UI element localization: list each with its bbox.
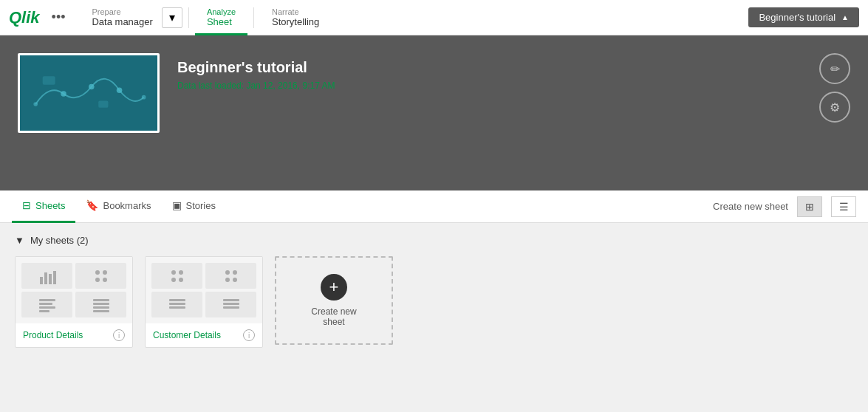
sheet-card-footer-2: Customer Details i xyxy=(146,323,262,347)
narrate-label: Storytelling xyxy=(272,16,319,27)
preview-cell-5 xyxy=(151,263,202,289)
svg-point-2 xyxy=(89,84,95,90)
svg-rect-11 xyxy=(53,271,56,284)
tab-bookmarks[interactable]: 🔖 Bookmarks xyxy=(75,190,161,223)
app-thumbnail xyxy=(18,53,160,133)
preview-cell-1 xyxy=(21,263,72,289)
svg-rect-17 xyxy=(39,303,52,305)
tutorial-button-label: Beginner's tutorial xyxy=(759,12,835,23)
tab-stories[interactable]: ▣ Stories xyxy=(162,190,226,223)
nav-divider-1 xyxy=(188,7,189,28)
app-title: Beginner's tutorial xyxy=(177,59,335,76)
sheet-card-product-details[interactable]: Product Details i xyxy=(15,256,133,348)
pencil-icon: ✏ xyxy=(830,62,840,76)
svg-rect-33 xyxy=(169,303,185,305)
svg-rect-21 xyxy=(93,303,109,305)
prepare-category: Prepare xyxy=(92,7,152,16)
create-new-sheet-label: Create newsheet xyxy=(311,306,356,327)
tabs-right-controls: Create new sheet ⊞ ☰ xyxy=(713,196,856,217)
svg-rect-32 xyxy=(169,299,185,301)
svg-point-27 xyxy=(179,278,183,282)
prepare-nav-group: Prepare Data manager ▾ xyxy=(80,0,182,35)
tutorial-button[interactable]: Beginner's tutorial ▲ xyxy=(748,7,859,27)
svg-point-30 xyxy=(225,278,230,282)
preview-cell-7 xyxy=(151,292,202,317)
svg-point-26 xyxy=(171,278,176,282)
prepare-label: Data manager xyxy=(92,16,152,27)
preview-cell-6 xyxy=(205,263,256,289)
svg-point-3 xyxy=(117,87,123,93)
svg-rect-37 xyxy=(223,306,239,309)
svg-point-13 xyxy=(103,270,107,275)
sheet-name-product-details: Product Details xyxy=(23,330,83,340)
svg-point-24 xyxy=(171,270,176,275)
svg-rect-16 xyxy=(39,299,55,301)
top-navigation: Qlik ••• Prepare Data manager ▾ Analyze … xyxy=(0,0,868,35)
tabs-bar: ⊟ Sheets 🔖 Bookmarks ▣ Stories Create ne… xyxy=(0,190,868,223)
nav-dots-menu[interactable]: ••• xyxy=(52,10,66,25)
svg-point-5 xyxy=(142,95,146,100)
hero-section: Beginner's tutorial Data last loaded: Ja… xyxy=(0,35,868,190)
tab-sheets-label: Sheets xyxy=(35,200,65,211)
svg-point-1 xyxy=(61,91,66,97)
gear-icon: ⚙ xyxy=(830,100,840,114)
nav-item-prepare[interactable]: Prepare Data manager xyxy=(80,0,164,35)
svg-point-25 xyxy=(179,270,183,275)
svg-rect-20 xyxy=(93,299,109,301)
nav-item-analyze[interactable]: Analyze Sheet xyxy=(195,0,247,35)
svg-rect-8 xyxy=(40,277,43,284)
my-sheets-title: My sheets (2) xyxy=(30,235,89,246)
list-view-button[interactable]: ☰ xyxy=(831,196,856,217)
svg-point-28 xyxy=(225,270,230,275)
preview-cell-3 xyxy=(21,292,72,317)
svg-point-4 xyxy=(33,102,38,106)
svg-rect-6 xyxy=(43,76,55,84)
nav-item-narrate[interactable]: Narrate Storytelling xyxy=(260,0,331,35)
list-icon: ☰ xyxy=(839,201,849,213)
svg-rect-23 xyxy=(93,310,109,312)
narrate-category: Narrate xyxy=(272,7,319,16)
tutorial-chevron-icon: ▲ xyxy=(841,13,849,21)
hero-actions: ✏ ⚙ xyxy=(819,53,850,123)
sheet-card-customer-details[interactable]: Customer Details i xyxy=(145,256,263,348)
grid-view-button[interactable]: ⊞ xyxy=(797,196,822,217)
hero-info: Beginner's tutorial Data last loaded: Ja… xyxy=(160,53,335,91)
preview-cell-4 xyxy=(75,292,126,317)
content-area: ▼ My sheets (2) xyxy=(0,223,868,412)
sheet-card-preview-2 xyxy=(146,257,262,323)
tab-bookmarks-label: Bookmarks xyxy=(103,200,151,211)
create-sheet-link[interactable]: Create new sheet xyxy=(713,201,788,212)
nav-divider-2 xyxy=(253,7,254,28)
stories-icon: ▣ xyxy=(172,199,182,211)
svg-point-12 xyxy=(95,270,100,275)
grid-icon: ⊞ xyxy=(805,201,814,213)
svg-point-31 xyxy=(233,278,237,282)
svg-rect-0 xyxy=(21,55,155,131)
create-new-sheet-card[interactable]: + Create newsheet xyxy=(275,256,393,345)
prepare-dropdown-btn[interactable]: ▾ xyxy=(162,7,182,28)
analyze-label: Sheet xyxy=(207,16,236,27)
qlik-logo-text: Qlik xyxy=(9,8,40,27)
svg-rect-22 xyxy=(93,306,109,309)
my-sheets-header: ▼ My sheets (2) xyxy=(15,235,853,246)
svg-rect-19 xyxy=(39,310,49,312)
info-icon-customer[interactable]: i xyxy=(243,329,255,341)
preview-cell-8 xyxy=(205,292,256,317)
settings-button[interactable]: ⚙ xyxy=(819,92,850,123)
chevron-down-icon: ▼ xyxy=(15,235,24,246)
svg-point-15 xyxy=(103,278,107,282)
edit-app-button[interactable]: ✏ xyxy=(819,53,850,84)
info-icon-product[interactable]: i xyxy=(113,329,125,341)
sheets-grid: Product Details i xyxy=(15,256,853,348)
sheet-card-footer-1: Product Details i xyxy=(16,323,132,347)
svg-point-14 xyxy=(95,278,100,282)
svg-rect-10 xyxy=(49,274,52,284)
analyze-category: Analyze xyxy=(207,7,236,16)
tab-sheets[interactable]: ⊟ Sheets xyxy=(12,190,75,223)
sheets-icon: ⊟ xyxy=(22,199,31,211)
svg-rect-18 xyxy=(39,306,55,309)
sheet-card-preview-1 xyxy=(16,257,132,323)
sheet-name-customer-details: Customer Details xyxy=(153,330,221,340)
chevron-down-icon: ▾ xyxy=(169,10,175,24)
svg-point-29 xyxy=(233,270,237,275)
